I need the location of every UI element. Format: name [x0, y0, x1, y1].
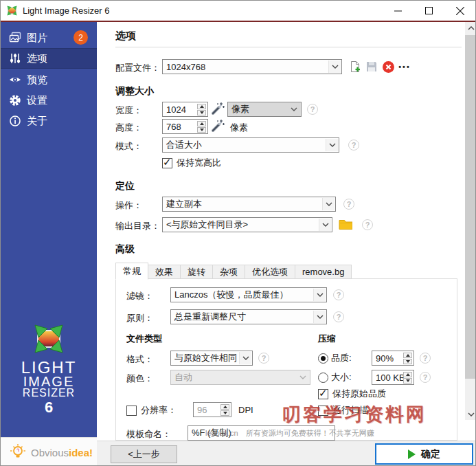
chevron-down-icon[interactable] — [288, 103, 300, 115]
save-profile-icon[interactable] — [365, 60, 378, 74]
sidebar: 图片 2 选项 预览 设置 关于 — [1, 22, 97, 466]
tab-misc[interactable]: 杂项 — [213, 265, 245, 279]
keep-aspect-ratio-checkbox[interactable]: 保持宽高比 — [162, 157, 221, 169]
title-divider — [115, 47, 462, 47]
sidebar-item-about[interactable]: 关于 — [1, 111, 97, 131]
back-button[interactable]: <上一步 — [111, 445, 177, 463]
window-title: Light Image Resizer 6 — [23, 5, 109, 16]
action-label: 操作： — [115, 199, 142, 212]
template-name-label: 模板命名： — [126, 428, 171, 441]
filter-combobox[interactable]: Lanczos（较慢，品质最佳） — [170, 287, 327, 302]
maximize-button[interactable] — [413, 1, 444, 21]
scrollbar-thumb[interactable] — [465, 35, 476, 379]
principle-combobox[interactable]: 总是重新调整尺寸 — [170, 309, 327, 324]
quality-input[interactable]: 90% — [372, 351, 414, 366]
output-help-icon[interactable] — [362, 219, 373, 230]
sidebar-item-label: 预览 — [27, 74, 47, 87]
resolution-checkbox[interactable]: 分辨率： — [126, 404, 177, 417]
size-input[interactable]: 100 KB — [372, 370, 414, 385]
tab-removebg[interactable]: remove.bg — [295, 265, 352, 279]
advanced-heading: 高级 — [115, 243, 135, 256]
action-combobox[interactable]: 建立副本 — [162, 197, 336, 212]
height-input[interactable]: 768 — [162, 119, 208, 134]
sidebar-item-label: 图片 — [27, 32, 47, 45]
spin-down[interactable] — [197, 127, 206, 133]
app-window: Light Image Resizer 6 图片 2 选项 预览 — [0, 0, 476, 466]
browse-folder-icon[interactable] — [339, 217, 352, 231]
mode-combobox[interactable]: 合适大小 — [162, 137, 339, 153]
chevron-down-icon[interactable] — [328, 60, 341, 73]
width-help-icon[interactable] — [307, 104, 318, 115]
chevron-down-icon[interactable] — [239, 352, 251, 364]
magic-wand-icon[interactable] — [211, 119, 225, 133]
chevron-down-icon[interactable] — [326, 139, 338, 151]
output-dir-label: 输出目录： — [115, 220, 160, 232]
height-label: 高度： — [115, 122, 142, 134]
close-button[interactable] — [444, 1, 475, 21]
keep-original-quality-checkbox[interactable]: 保持原始品质 — [318, 388, 386, 400]
tab-general[interactable]: 常规 — [115, 263, 148, 280]
compression-heading: 压缩 — [318, 333, 336, 345]
mode-label: 模式： — [115, 140, 142, 153]
sidebar-item-images[interactable]: 图片 2 — [1, 27, 97, 48]
sidebar-item-label: 设置 — [27, 94, 47, 107]
profile-combobox[interactable]: 1024x768 — [162, 59, 342, 74]
image-count-badge: 2 — [73, 30, 88, 45]
size-radio[interactable]: 大小: — [318, 371, 352, 384]
principle-label: 原则： — [126, 312, 153, 324]
sidebar-item-options[interactable]: 选项 — [1, 48, 97, 69]
sidebar-item-label: 关于 — [27, 115, 47, 128]
tab-rotate[interactable]: 旋转 — [181, 265, 213, 279]
page-title: 选项 — [115, 30, 136, 43]
more-options-icon[interactable] — [398, 60, 411, 74]
format-help-icon[interactable] — [258, 353, 269, 364]
sidebar-item-preview[interactable]: 预览 — [1, 69, 97, 90]
ok-button[interactable]: 确定 — [375, 443, 473, 465]
quality-radio[interactable]: 品质: — [318, 352, 352, 364]
quality-help-icon[interactable] — [420, 353, 431, 364]
sliders-icon — [9, 52, 21, 65]
brand-text: Obviousidea! — [31, 447, 93, 458]
gear-icon — [9, 94, 21, 107]
tab-effects[interactable]: 效果 — [148, 265, 181, 279]
format-combobox[interactable]: 与原始文件相同 — [170, 351, 253, 366]
filetype-heading: 文件类型 — [126, 333, 162, 345]
new-profile-icon[interactable] — [348, 60, 362, 74]
spin-up[interactable] — [403, 353, 412, 358]
width-input[interactable]: 1024 — [162, 102, 208, 117]
app-logo-icon — [6, 5, 18, 16]
width-unit-combobox[interactable]: 像素 — [227, 102, 302, 117]
chevron-down-icon[interactable] — [313, 311, 326, 323]
spin-down[interactable] — [403, 359, 412, 364]
options-page: 选项 配置文件： 1024x768 调整大小 宽度： 1024 像素 — [97, 22, 476, 466]
spin-up[interactable] — [197, 104, 206, 109]
color-combobox: 自动 — [170, 370, 310, 385]
sidebar-item-settings[interactable]: 设置 — [1, 90, 97, 111]
destination-heading: 定位 — [115, 180, 135, 192]
principle-help-icon[interactable] — [333, 311, 344, 322]
spin-up[interactable] — [197, 121, 206, 126]
size-help-icon[interactable] — [420, 372, 431, 383]
filter-label: 滤镜： — [126, 290, 153, 302]
filter-help-icon[interactable] — [333, 289, 344, 300]
output-dir-combobox[interactable]: <与原始文件同目录> — [162, 217, 332, 232]
action-help-icon[interactable] — [343, 199, 354, 210]
play-icon — [408, 450, 416, 459]
logo-text-resizer: RESIZER — [1, 387, 97, 399]
scroll-up-icon[interactable] — [465, 22, 476, 34]
advanced-tabbar: 常规 效果 旋转 杂项 优化选项 remove.bg — [115, 261, 352, 279]
spin-up[interactable] — [403, 372, 412, 377]
minimize-button[interactable] — [383, 1, 413, 21]
chevron-down-icon[interactable] — [322, 198, 335, 210]
spin-down[interactable] — [197, 110, 206, 115]
mode-help-icon[interactable] — [348, 140, 359, 151]
vertical-scrollbar[interactable] — [465, 22, 476, 420]
chevron-down-icon[interactable] — [319, 219, 331, 231]
magic-wand-icon[interactable] — [211, 102, 225, 115]
height-unit-label: 像素 — [230, 122, 248, 134]
watermark-big-text: 叨客学习资料网 — [217, 402, 476, 427]
spin-down[interactable] — [403, 378, 412, 384]
chevron-down-icon[interactable] — [313, 289, 326, 301]
delete-profile-icon[interactable] — [381, 60, 395, 74]
tab-optimization[interactable]: 优化选项 — [245, 265, 295, 279]
